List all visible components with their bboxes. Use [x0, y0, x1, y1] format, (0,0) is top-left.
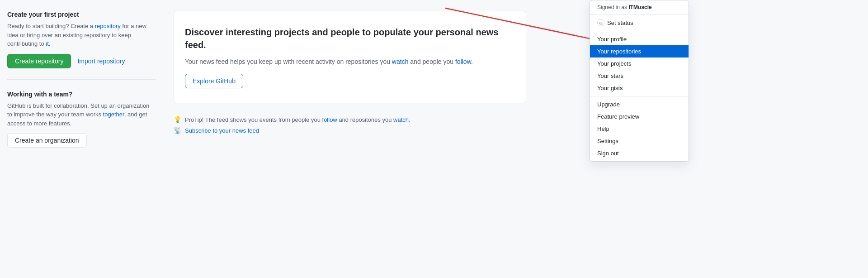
- signed-in-label: Signed in as: [597, 4, 627, 10]
- import-repository-link[interactable]: Import repository: [77, 58, 125, 65]
- rss-icon: 📡: [174, 127, 181, 134]
- subscribe-row: 📡 Subscribe to your news feed: [174, 127, 526, 134]
- create-repo-link[interactable]: repository: [95, 23, 121, 29]
- news-feed-heading: Discover interesting projects and people…: [185, 26, 515, 51]
- create-organization-button[interactable]: Create an organization: [7, 133, 87, 148]
- settings-item[interactable]: Settings: [590, 135, 689, 147]
- set-status-label: Set status: [607, 19, 633, 26]
- working-with-team-desc: GitHub is built for collaboration. Set u…: [7, 101, 156, 128]
- profile-links-section: Your profile Your repositories Your proj…: [590, 31, 689, 96]
- your-projects-item[interactable]: Your projects: [590, 58, 689, 70]
- watch-link[interactable]: watch: [392, 58, 409, 65]
- protip-row: 💡 ProTip! The feed shows you events from…: [174, 116, 526, 123]
- create-project-title: Create your first project: [7, 11, 156, 18]
- create-project-section: Create your first project Ready to start…: [7, 11, 156, 80]
- sign-out-item[interactable]: Sign out: [590, 147, 689, 159]
- create-project-desc: Ready to start building? Create a reposi…: [7, 22, 156, 48]
- protip-follow-link[interactable]: follow: [322, 116, 337, 123]
- username: ITMuscle: [628, 4, 651, 10]
- working-with-team-title: Working with a team?: [7, 91, 156, 98]
- protip-section: 💡 ProTip! The feed shows you events from…: [174, 114, 526, 139]
- working-with-team-section: Working with a team? GitHub is built for…: [7, 91, 156, 159]
- your-repositories-item[interactable]: Your repositories: [590, 45, 689, 58]
- feature-preview-item[interactable]: Feature preview: [590, 110, 689, 123]
- upgrade-item[interactable]: Upgrade: [590, 98, 689, 110]
- user-dropdown-menu: Signed in as ITMuscle ☺ Set status Your …: [590, 0, 689, 162]
- set-status-section: ☺ Set status: [590, 14, 689, 31]
- together-link[interactable]: together: [103, 111, 124, 118]
- settings-section: Upgrade Feature preview Help Settings Si…: [590, 96, 689, 161]
- contrib-link[interactable]: it: [46, 40, 49, 47]
- news-feed-card: Discover interesting projects and people…: [174, 11, 526, 103]
- smiley-icon: ☺: [597, 19, 604, 26]
- create-repository-button[interactable]: Create repository: [7, 54, 71, 68]
- lightbulb-icon: 💡: [174, 116, 181, 123]
- left-sidebar: Create your first project Ready to start…: [0, 0, 163, 278]
- your-gists-item[interactable]: Your gists: [590, 82, 689, 94]
- set-status-item[interactable]: ☺ Set status: [590, 16, 689, 29]
- follow-link[interactable]: follow: [455, 58, 471, 65]
- explore-github-button[interactable]: Explore GitHub: [185, 74, 243, 88]
- protip-watch-link[interactable]: watch: [393, 116, 409, 123]
- protip-text: ProTip! The feed shows you events from p…: [185, 116, 410, 123]
- your-stars-item[interactable]: Your stars: [590, 70, 689, 82]
- help-item[interactable]: Help: [590, 123, 689, 135]
- dropdown-header: Signed in as ITMuscle: [590, 0, 689, 14]
- news-feed-body: Your news feed helps you keep up with re…: [185, 57, 515, 67]
- subscribe-link[interactable]: Subscribe to your news feed: [185, 127, 259, 134]
- your-profile-item[interactable]: Your profile: [590, 33, 689, 45]
- main-content: Discover interesting projects and people…: [163, 0, 868, 278]
